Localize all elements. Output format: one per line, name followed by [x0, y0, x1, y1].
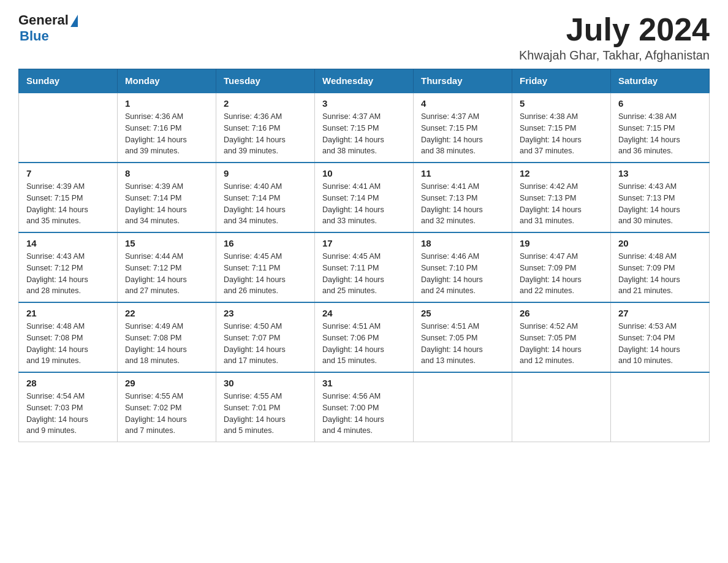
calendar-cell: 8Sunrise: 4:39 AM Sunset: 7:14 PM Daylig… — [118, 163, 216, 232]
day-info: Sunrise: 4:50 AM Sunset: 7:07 PM Dayligh… — [224, 321, 307, 367]
day-number: 11 — [421, 168, 504, 178]
day-number: 15 — [125, 238, 208, 248]
day-info: Sunrise: 4:55 AM Sunset: 7:02 PM Dayligh… — [125, 391, 208, 437]
day-info: Sunrise: 4:43 AM Sunset: 7:12 PM Dayligh… — [26, 251, 110, 297]
calendar-cell: 1Sunrise: 4:36 AM Sunset: 7:16 PM Daylig… — [118, 93, 216, 163]
day-number: 13 — [618, 168, 702, 178]
day-info: Sunrise: 4:38 AM Sunset: 7:15 PM Dayligh… — [520, 111, 603, 157]
calendar-cell: 22Sunrise: 4:49 AM Sunset: 7:08 PM Dayli… — [118, 302, 216, 372]
calendar-cell: 16Sunrise: 4:45 AM Sunset: 7:11 PM Dayli… — [216, 232, 315, 302]
calendar-cell: 25Sunrise: 4:51 AM Sunset: 7:05 PM Dayli… — [414, 302, 512, 372]
day-info: Sunrise: 4:38 AM Sunset: 7:15 PM Dayligh… — [618, 111, 702, 157]
day-info: Sunrise: 4:51 AM Sunset: 7:06 PM Dayligh… — [322, 321, 406, 367]
calendar-cell: 15Sunrise: 4:44 AM Sunset: 7:12 PM Dayli… — [118, 232, 216, 302]
calendar-cell: 4Sunrise: 4:37 AM Sunset: 7:15 PM Daylig… — [414, 93, 512, 163]
day-info: Sunrise: 4:39 AM Sunset: 7:14 PM Dayligh… — [125, 181, 208, 227]
page-title: July 2024 — [519, 12, 710, 47]
day-info: Sunrise: 4:56 AM Sunset: 7:00 PM Dayligh… — [322, 391, 406, 437]
calendar-cell: 2Sunrise: 4:36 AM Sunset: 7:16 PM Daylig… — [216, 93, 315, 163]
day-number: 5 — [520, 98, 603, 109]
calendar-cell: 26Sunrise: 4:52 AM Sunset: 7:05 PM Dayli… — [512, 302, 611, 372]
day-number: 18 — [421, 238, 504, 248]
header-monday: Monday — [118, 69, 216, 93]
day-number: 31 — [322, 378, 406, 388]
logo: General Blue — [18, 12, 78, 44]
page-subtitle: Khwajah Ghar, Takhar, Afghanistan — [519, 48, 710, 63]
day-info: Sunrise: 4:45 AM Sunset: 7:11 PM Dayligh… — [224, 251, 307, 297]
calendar-cell: 11Sunrise: 4:41 AM Sunset: 7:13 PM Dayli… — [414, 163, 512, 232]
day-info: Sunrise: 4:51 AM Sunset: 7:05 PM Dayligh… — [421, 321, 504, 367]
calendar-cell: 12Sunrise: 4:42 AM Sunset: 7:13 PM Dayli… — [512, 163, 611, 232]
calendar-cell: 20Sunrise: 4:48 AM Sunset: 7:09 PM Dayli… — [611, 232, 710, 302]
day-number: 6 — [618, 98, 702, 109]
day-info: Sunrise: 4:49 AM Sunset: 7:08 PM Dayligh… — [125, 321, 208, 367]
day-info: Sunrise: 4:42 AM Sunset: 7:13 PM Dayligh… — [520, 181, 603, 227]
calendar-cell: 19Sunrise: 4:47 AM Sunset: 7:09 PM Dayli… — [512, 232, 611, 302]
calendar-cell: 18Sunrise: 4:46 AM Sunset: 7:10 PM Dayli… — [414, 232, 512, 302]
calendar-cell: 24Sunrise: 4:51 AM Sunset: 7:06 PM Dayli… — [315, 302, 414, 372]
day-number: 23 — [224, 308, 307, 318]
calendar-cell: 6Sunrise: 4:38 AM Sunset: 7:15 PM Daylig… — [611, 93, 710, 163]
day-number: 12 — [520, 168, 603, 178]
day-number: 2 — [224, 98, 307, 109]
day-number: 1 — [125, 98, 208, 109]
calendar-cell: 9Sunrise: 4:40 AM Sunset: 7:14 PM Daylig… — [216, 163, 315, 232]
day-number: 17 — [322, 238, 406, 248]
day-number: 19 — [520, 238, 603, 248]
calendar-cell: 7Sunrise: 4:39 AM Sunset: 7:15 PM Daylig… — [19, 163, 118, 232]
day-number: 14 — [26, 238, 110, 248]
day-info: Sunrise: 4:37 AM Sunset: 7:15 PM Dayligh… — [421, 111, 504, 157]
day-number: 25 — [421, 308, 504, 318]
calendar-cell: 13Sunrise: 4:43 AM Sunset: 7:13 PM Dayli… — [611, 163, 710, 232]
day-number: 8 — [125, 168, 208, 178]
title-area: July 2024 Khwajah Ghar, Takhar, Afghanis… — [519, 12, 710, 63]
calendar-week-3: 14Sunrise: 4:43 AM Sunset: 7:12 PM Dayli… — [19, 232, 710, 302]
calendar-cell — [19, 93, 118, 163]
day-info: Sunrise: 4:45 AM Sunset: 7:11 PM Dayligh… — [322, 251, 406, 297]
header-saturday: Saturday — [611, 69, 710, 93]
header-wednesday: Wednesday — [315, 69, 414, 93]
day-info: Sunrise: 4:40 AM Sunset: 7:14 PM Dayligh… — [224, 181, 307, 227]
day-info: Sunrise: 4:46 AM Sunset: 7:10 PM Dayligh… — [421, 251, 504, 297]
day-info: Sunrise: 4:36 AM Sunset: 7:16 PM Dayligh… — [125, 111, 208, 157]
calendar-cell: 17Sunrise: 4:45 AM Sunset: 7:11 PM Dayli… — [315, 232, 414, 302]
day-info: Sunrise: 4:48 AM Sunset: 7:08 PM Dayligh… — [26, 321, 110, 367]
day-info: Sunrise: 4:52 AM Sunset: 7:05 PM Dayligh… — [520, 321, 603, 367]
header-tuesday: Tuesday — [216, 69, 315, 93]
calendar-cell: 28Sunrise: 4:54 AM Sunset: 7:03 PM Dayli… — [19, 372, 118, 442]
calendar-cell — [611, 372, 710, 442]
calendar-cell: 23Sunrise: 4:50 AM Sunset: 7:07 PM Dayli… — [216, 302, 315, 372]
day-number: 22 — [125, 308, 208, 318]
day-number: 20 — [618, 238, 702, 248]
calendar-cell: 31Sunrise: 4:56 AM Sunset: 7:00 PM Dayli… — [315, 372, 414, 442]
calendar-week-4: 21Sunrise: 4:48 AM Sunset: 7:08 PM Dayli… — [19, 302, 710, 372]
day-info: Sunrise: 4:36 AM Sunset: 7:16 PM Dayligh… — [224, 111, 307, 157]
header-sunday: Sunday — [19, 69, 118, 93]
day-number: 21 — [26, 308, 110, 318]
day-number: 28 — [26, 378, 110, 388]
day-info: Sunrise: 4:48 AM Sunset: 7:09 PM Dayligh… — [618, 251, 702, 297]
day-number: 26 — [520, 308, 603, 318]
day-info: Sunrise: 4:37 AM Sunset: 7:15 PM Dayligh… — [322, 111, 406, 157]
calendar-week-2: 7Sunrise: 4:39 AM Sunset: 7:15 PM Daylig… — [19, 163, 710, 232]
day-info: Sunrise: 4:54 AM Sunset: 7:03 PM Dayligh… — [26, 391, 110, 437]
calendar-week-5: 28Sunrise: 4:54 AM Sunset: 7:03 PM Dayli… — [19, 372, 710, 442]
day-info: Sunrise: 4:53 AM Sunset: 7:04 PM Dayligh… — [618, 321, 702, 367]
calendar-table: SundayMondayTuesdayWednesdayThursdayFrid… — [18, 69, 710, 442]
calendar-cell: 14Sunrise: 4:43 AM Sunset: 7:12 PM Dayli… — [19, 232, 118, 302]
day-number: 7 — [26, 168, 110, 178]
logo-blue: Blue — [20, 28, 49, 44]
calendar-cell: 29Sunrise: 4:55 AM Sunset: 7:02 PM Dayli… — [118, 372, 216, 442]
page-header: General Blue July 2024 Khwajah Ghar, Tak… — [18, 12, 710, 63]
logo-general: General — [18, 12, 69, 28]
calendar-cell — [414, 372, 512, 442]
day-info: Sunrise: 4:55 AM Sunset: 7:01 PM Dayligh… — [224, 391, 307, 437]
calendar-cell: 27Sunrise: 4:53 AM Sunset: 7:04 PM Dayli… — [611, 302, 710, 372]
calendar-cell: 10Sunrise: 4:41 AM Sunset: 7:14 PM Dayli… — [315, 163, 414, 232]
calendar-week-1: 1Sunrise: 4:36 AM Sunset: 7:16 PM Daylig… — [19, 93, 710, 163]
header-friday: Friday — [512, 69, 611, 93]
day-info: Sunrise: 4:39 AM Sunset: 7:15 PM Dayligh… — [26, 181, 110, 227]
calendar-cell: 21Sunrise: 4:48 AM Sunset: 7:08 PM Dayli… — [19, 302, 118, 372]
day-number: 4 — [421, 98, 504, 109]
day-number: 27 — [618, 308, 702, 318]
